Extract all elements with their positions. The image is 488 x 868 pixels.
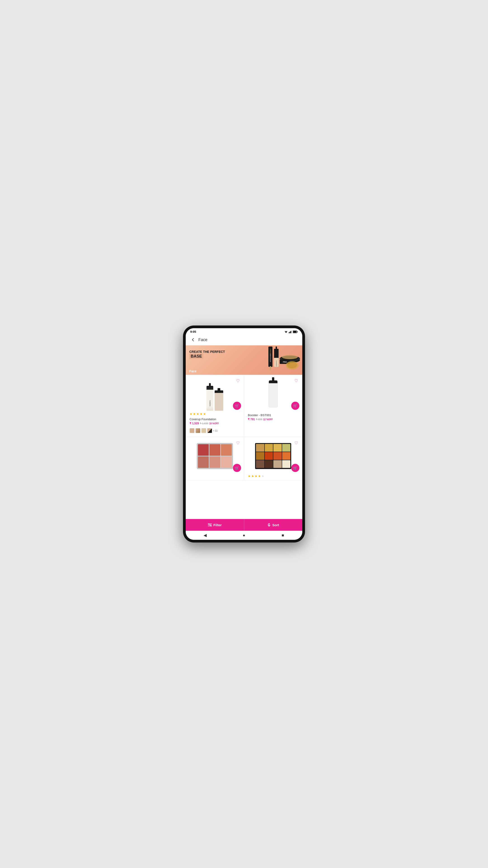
svg-rect-15 (275, 346, 277, 349)
booster-illustration (269, 377, 278, 411)
header: Face (186, 334, 302, 345)
cart-icon-p4: 🛒 (293, 466, 297, 470)
svg-text:FOREVER52: FOREVER52 (270, 349, 271, 355)
signal-icon (289, 331, 292, 333)
stars-row-p1: ★ ★ ★ ★ ★ (190, 412, 242, 416)
discount-badge-p1: 10 %OFF (209, 422, 219, 425)
nav-home-icon: ● (243, 533, 246, 538)
swatch-4[interactable] (207, 428, 212, 433)
status-bar: 9:05 (186, 328, 302, 334)
back-button[interactable] (189, 336, 197, 343)
wishlist-button-p4[interactable]: ♡ (293, 440, 299, 446)
banner-create-text: CREATE THE PERFECT (189, 350, 225, 353)
wifi-icon (284, 331, 288, 333)
battery-icon (293, 331, 298, 333)
product-image-foundation: ♡ FOUNDATION 🛒 (188, 377, 242, 411)
heart-icon-p3: ♡ (236, 440, 240, 445)
price-row-p2: ₹ 791 ₹ 899 12 %OFF (248, 418, 298, 421)
banner-face-label: Face (189, 369, 197, 373)
svg-point-30 (210, 526, 212, 526)
svg-rect-2 (289, 332, 289, 333)
status-icons (284, 331, 298, 333)
palette-pink-illustration (197, 439, 233, 473)
products-grid: ♡ FOUNDATION 🛒 ★ (186, 375, 302, 481)
add-to-cart-button-p1[interactable]: 🛒 (233, 402, 241, 410)
nav-recent-icon: ■ (282, 533, 284, 538)
swatch-2[interactable] (195, 428, 200, 433)
foundation-bottle-short (215, 391, 223, 411)
svg-rect-5 (291, 331, 292, 333)
star-3: ★ (196, 412, 199, 416)
foundation-illustration: FOUNDATION (206, 377, 223, 411)
star-2: ★ (193, 412, 196, 416)
product-image-palette-warm: ♡ (246, 439, 300, 473)
product-name-p2: Booster - BST001 (248, 413, 298, 417)
star-1: ★ (190, 412, 193, 416)
wishlist-button-p1[interactable]: ♡ (235, 378, 241, 384)
banner: CREATE THE PERFECT BASE Face CONCEALER F… (186, 345, 302, 375)
banner-products: CONCEALER FOREVER52 FOUNDATION (255, 345, 302, 375)
cart-icon-p3: 🛒 (235, 466, 239, 470)
nav-bar: ◀ ● ■ (186, 531, 302, 540)
star-p4-2: ★ (251, 474, 254, 478)
cart-icon: 🛒 (235, 404, 239, 408)
svg-point-24 (287, 362, 297, 368)
svg-point-20 (282, 355, 298, 359)
swatch-3[interactable] (201, 428, 206, 433)
add-to-cart-button-p3[interactable]: 🛒 (233, 464, 241, 472)
color-swatches-p1: + 11 (188, 428, 242, 433)
svg-rect-4 (291, 331, 291, 333)
phone-screen: 9:05 (186, 328, 302, 540)
nav-back-icon: ◀ (203, 533, 207, 538)
discount-badge-p2: 12 %OFF (263, 418, 273, 421)
status-time: 9:05 (190, 330, 196, 333)
stars-row-p4: ★ ★ ★ ★ ★ (248, 474, 300, 478)
svg-point-29 (210, 524, 210, 525)
product-name-p1: Coverup Foundation (190, 417, 240, 421)
booster-bottle (269, 380, 278, 407)
filter-label: Filter (213, 523, 222, 527)
star-p4-4: ★ (258, 474, 261, 478)
product-card-p4: ♡ (244, 437, 302, 481)
sort-button[interactable]: Sort (244, 519, 302, 531)
nav-recent-button[interactable]: ■ (279, 531, 287, 539)
nav-home-button[interactable]: ● (240, 531, 248, 539)
heart-icon-p4: ♡ (294, 440, 298, 445)
scroll-content[interactable]: CREATE THE PERFECT BASE Face CONCEALER F… (186, 345, 302, 519)
product-info-p2: Booster - BST001 ₹ 791 ₹ 899 12 %OFF (246, 412, 300, 423)
heart-icon: ♡ (236, 378, 240, 383)
phone-frame: 9:05 (183, 326, 305, 542)
product-card-p3: ♡ (186, 437, 244, 481)
bottom-bar: Filter Sort (186, 519, 302, 531)
svg-rect-3 (290, 332, 290, 333)
cart-icon-p2: 🛒 (293, 404, 297, 408)
price-current-p2: ₹ 791 (248, 418, 255, 421)
nav-back-button[interactable]: ◀ (201, 531, 209, 539)
star-p4-1: ★ (248, 474, 251, 478)
product-card: ♡ FOUNDATION 🛒 ★ (186, 375, 244, 437)
foundation-bottle-tall: FOUNDATION (206, 386, 213, 411)
star-4: ★ (200, 412, 203, 416)
banner-products-svg: CONCEALER FOREVER52 FOUNDATION (255, 345, 302, 375)
sort-icon (267, 523, 271, 527)
star-p4-3: ★ (255, 474, 258, 478)
banner-base-text: BASE (189, 353, 203, 359)
wishlist-button-p3[interactable]: ♡ (235, 440, 241, 446)
price-current-p1: ₹ 1,529 (190, 422, 199, 425)
banner-text-area: CREATE THE PERFECT BASE (189, 350, 225, 359)
wishlist-button-p2[interactable]: ♡ (293, 378, 299, 384)
svg-text:FOUNDATION: FOUNDATION (276, 361, 277, 366)
swatch-more-p1: + 11 (213, 430, 218, 432)
product-info-p1: Coverup Foundation ₹ 1,529 ₹ 1,699 10 %O… (188, 416, 242, 427)
filter-button[interactable]: Filter (186, 519, 244, 531)
sort-label: Sort (272, 523, 279, 527)
add-to-cart-button-p2[interactable]: 🛒 (291, 402, 299, 410)
page-title: Face (198, 338, 207, 342)
star-p4-5: ★ (261, 474, 264, 478)
svg-rect-10 (270, 366, 271, 370)
swatch-1[interactable] (190, 428, 195, 433)
add-to-cart-button-p4[interactable]: 🛒 (291, 464, 299, 472)
product-image-palette-pink: ♡ (188, 439, 242, 473)
svg-point-28 (208, 523, 209, 524)
heart-icon-p2: ♡ (294, 378, 298, 383)
